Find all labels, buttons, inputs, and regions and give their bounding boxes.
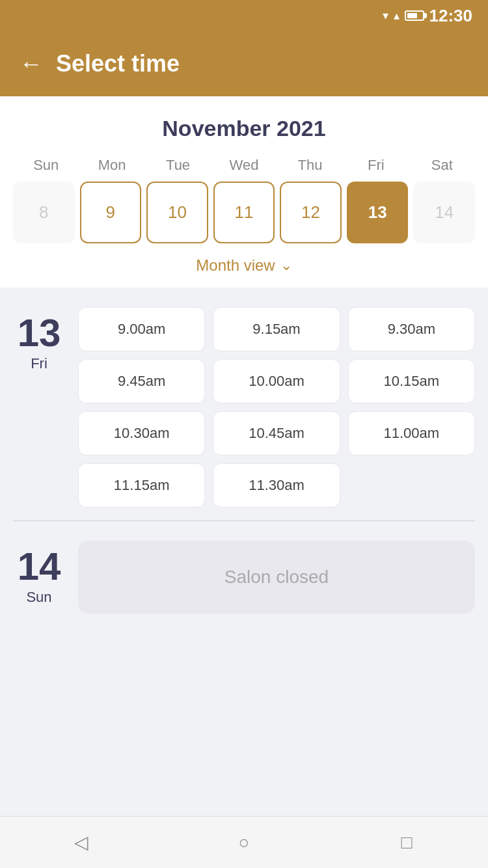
time-slot-1000am[interactable]: 10.00am — [213, 359, 340, 403]
time-slot-1030am[interactable]: 10.30am — [78, 411, 205, 455]
time-slot-1115am[interactable]: 11.15am — [78, 463, 205, 508]
status-icons: ▾ ▴ 12:30 — [383, 6, 473, 26]
month-view-toggle[interactable]: Month view ⌄ — [13, 256, 475, 275]
nav-back-button[interactable]: ◁ — [65, 826, 98, 859]
day-block-13: 13 Fri 9.00am 9.15am 9.30am 9.45am 10.00… — [13, 307, 475, 508]
day-header-mon: Mon — [79, 157, 144, 174]
app-header: ← Select time — [0, 31, 488, 96]
day-cell-12[interactable]: 12 — [280, 182, 342, 243]
day-cell-10[interactable]: 10 — [146, 182, 208, 243]
time-slot-945am[interactable]: 9.45am — [78, 359, 205, 403]
time-slot-915am[interactable]: 9.15am — [213, 307, 340, 351]
bottom-nav: ◁ ○ □ — [0, 816, 488, 868]
day-cell-9[interactable]: 9 — [80, 182, 142, 243]
day-divider — [13, 521, 475, 521]
day-header-sat: Sat — [409, 157, 475, 174]
battery-icon — [405, 10, 424, 21]
time-slot-900am[interactable]: 9.00am — [78, 307, 205, 351]
calendar-section: November 2021 Sun Mon Tue Wed Thu Fri Sa… — [0, 96, 488, 288]
day-label-14: 14 Sun — [13, 541, 65, 614]
chevron-down-icon: ⌄ — [280, 257, 292, 274]
nav-home-button[interactable]: ○ — [228, 826, 260, 859]
signal-icon: ▴ — [394, 8, 400, 23]
time-slot-1100am[interactable]: 11.00am — [348, 411, 475, 455]
time-slot-1130am[interactable]: 11.30am — [213, 463, 340, 508]
time-grid-13: 9.00am 9.15am 9.30am 9.45am 10.00am 10.1… — [78, 307, 475, 508]
month-year-label: November 2021 — [13, 116, 475, 141]
month-view-label: Month view — [196, 256, 275, 275]
day-headers: Sun Mon Tue Wed Thu Fri Sat — [13, 157, 475, 174]
nav-recent-button[interactable]: □ — [390, 826, 423, 859]
salon-closed-label: Salon closed — [224, 567, 329, 588]
nav-home-icon: ○ — [239, 832, 250, 853]
nav-back-icon: ◁ — [74, 832, 88, 853]
nav-recent-icon: □ — [401, 832, 413, 853]
day-header-thu: Thu — [277, 157, 343, 174]
time-section: 13 Fri 9.00am 9.15am 9.30am 9.45am 10.00… — [0, 288, 488, 633]
back-button[interactable]: ← — [20, 52, 43, 75]
day-header-tue: Tue — [145, 157, 211, 174]
status-time: 12:30 — [429, 6, 473, 26]
day-header-fri: Fri — [343, 157, 409, 174]
day-number-14: 14 — [18, 547, 61, 586]
week-row: 8 9 10 11 12 13 14 — [13, 182, 475, 243]
time-slot-930am[interactable]: 9.30am — [348, 307, 475, 351]
day-name-14: Sun — [26, 589, 51, 606]
time-slot-1045am[interactable]: 10.45am — [213, 411, 340, 455]
wifi-icon: ▾ — [383, 8, 388, 23]
day-block-14: 14 Sun Salon closed — [13, 541, 475, 614]
day-cell-11[interactable]: 11 — [213, 182, 275, 243]
day-header-wed: Wed — [211, 157, 277, 174]
day-name-13: Fri — [31, 355, 47, 372]
status-bar: ▾ ▴ 12:30 — [0, 0, 488, 31]
day-cell-14[interactable]: 14 — [413, 182, 475, 243]
day-header-sun: Sun — [13, 157, 79, 174]
day-cell-8[interactable]: 8 — [13, 182, 75, 243]
salon-closed-box: Salon closed — [78, 541, 475, 614]
day-cell-13[interactable]: 13 — [347, 182, 409, 243]
page-title: Select time — [56, 50, 180, 77]
day-number-13: 13 — [18, 314, 61, 353]
time-slot-1015am[interactable]: 10.15am — [348, 359, 475, 403]
day-label-13: 13 Fri — [13, 307, 65, 508]
